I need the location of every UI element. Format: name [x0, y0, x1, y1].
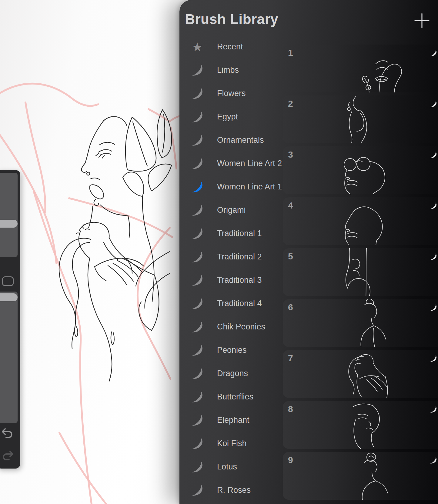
brush-preview-art: [304, 452, 407, 500]
brush-set-traditional-3[interactable]: ★ Traditional 3: [190, 269, 262, 292]
brush-set-dragons[interactable]: ★ Dragons: [190, 362, 248, 385]
brush-number: 1: [288, 48, 293, 58]
panel-title: Brush Library: [185, 11, 278, 27]
brush-preview-art: [304, 401, 407, 449]
brush-set-lotus[interactable]: ★ Lotus: [190, 455, 237, 479]
brush-set-traditional-1[interactable]: ★ Traditional 1: [190, 222, 262, 245]
brush-preview-art: [304, 350, 407, 398]
brush-set-recent[interactable]: ★ Recent: [190, 35, 243, 58]
brush-set-label: Recent: [217, 42, 243, 52]
brush-set-origami[interactable]: ★ Origami: [190, 199, 246, 222]
brush-set-label: Traditional 3: [217, 275, 262, 285]
opacity-handle[interactable]: [0, 293, 18, 301]
brush-set-koi-fish[interactable]: ★ Koi Fish: [190, 432, 247, 455]
brush-card-1[interactable]: 1: [283, 45, 438, 92]
brush-number: 7: [288, 353, 293, 363]
brush-preview-art: [304, 95, 407, 143]
brush-set-label: Elephant: [217, 416, 249, 425]
brush-set-swoosh-icon: [191, 228, 204, 240]
brush-swoosh-icon: [430, 49, 437, 57]
modify-button[interactable]: [2, 276, 14, 286]
brush-set-label: Limbs: [217, 65, 239, 75]
brush-set-label: Koi Fish: [217, 439, 247, 448]
brush-card-7[interactable]: 7: [283, 350, 438, 398]
brush-set-swoosh-icon: [191, 321, 204, 333]
brush-swoosh-icon: [430, 304, 437, 311]
brush-size-slider[interactable]: [0, 173, 18, 257]
brush-set-label: Women Line Art 1: [217, 182, 282, 192]
brush-set-swoosh-icon: [191, 274, 204, 286]
brush-number: 9: [288, 455, 293, 465]
brush-set-swoosh-icon: [191, 484, 204, 496]
brush-set-swoosh-icon: [191, 368, 204, 380]
brush-number: 3: [288, 149, 293, 160]
brush-set-label: Peonies: [217, 345, 247, 355]
brush-card-9[interactable]: 9: [283, 452, 438, 500]
brush-set-peonies[interactable]: ★ Peonies: [190, 339, 247, 362]
brush-set-swoosh-icon: [191, 181, 204, 193]
brush-swoosh-icon: [430, 457, 437, 464]
brush-set-label: R. Roses: [217, 486, 251, 495]
brush-number: 2: [288, 98, 293, 109]
brush-set-swoosh-icon: [191, 344, 204, 356]
brush-set-label: Butterflies: [217, 392, 253, 402]
brush-set-swoosh-icon: [191, 438, 204, 450]
brush-set-r-roses[interactable]: ★ R. Roses: [190, 479, 251, 502]
undo-icon[interactable]: [1, 427, 14, 438]
square-icon: [2, 276, 14, 286]
brush-set-swoosh-icon: [191, 391, 204, 403]
brush-set-label: Flowers: [217, 89, 246, 98]
brush-preview-art: [304, 146, 407, 194]
brush-number: 8: [288, 404, 293, 414]
brush-set-label: Traditional 2: [217, 252, 262, 262]
brush-swoosh-icon: [430, 406, 437, 413]
opacity-slider[interactable]: [0, 292, 18, 423]
brush-card-2[interactable]: 2: [283, 95, 438, 143]
brush-set-women-line-art-1[interactable]: ★ Women Line Art 1: [190, 175, 282, 199]
brush-set-traditional-2[interactable]: ★ Traditional 2: [190, 245, 262, 269]
brush-set-swoosh-icon: [191, 251, 204, 263]
brush-preview-art: [304, 299, 407, 347]
brush-set-label: Women Line Art 2: [217, 159, 282, 168]
brush-card-8[interactable]: 8: [283, 401, 438, 449]
brush-library-panel: Brush Library ★ Recent ★ Limbs ★ Flowers: [179, 0, 438, 504]
brush-set-ornamentals[interactable]: ★ Ornamentals: [190, 129, 264, 152]
brush-set-swoosh-icon: [191, 298, 204, 310]
brush-number: 6: [288, 302, 293, 312]
brush-set-label: Chik Peonies: [217, 322, 265, 332]
brush-set-swoosh-icon: [191, 134, 204, 146]
brush-number: 4: [288, 200, 293, 211]
brush-set-egypt[interactable]: ★ Egypt: [190, 105, 238, 129]
brush-swoosh-icon: [430, 100, 437, 108]
brush-card-6[interactable]: 6: [283, 299, 438, 347]
brush-set-chik-peonies[interactable]: ★ Chik Peonies: [190, 315, 265, 339]
redo-icon[interactable]: [1, 450, 14, 461]
brush-set-elephant[interactable]: ★ Elephant: [190, 409, 249, 432]
brush-size-handle[interactable]: [0, 220, 18, 228]
brush-card-4[interactable]: 4: [283, 197, 438, 245]
brush-set-flowers[interactable]: ★ Flowers: [190, 82, 246, 105]
brush-set-label: Traditional 4: [217, 299, 262, 308]
brush-swoosh-icon: [430, 355, 437, 362]
brush-number: 5: [288, 251, 293, 262]
woman-hand-on-chest-drawing: [59, 222, 170, 381]
brush-set-butterflies[interactable]: ★ Butterflies: [190, 385, 253, 409]
brush-preview-art: [304, 197, 407, 245]
brush-swoosh-icon: [430, 253, 437, 260]
tool-sidebar: [0, 170, 20, 469]
brush-card-5[interactable]: 5: [283, 248, 438, 296]
brush-set-traditional-4[interactable]: ★ Traditional 4: [190, 292, 262, 315]
brush-set-label: Lotus: [217, 462, 237, 472]
brush-set-women-line-art-2[interactable]: ★ Women Line Art 2: [190, 152, 282, 175]
brush-swoosh-icon: [430, 151, 437, 159]
add-brush-set-button[interactable]: [414, 13, 430, 28]
brush-swoosh-icon: [430, 202, 437, 209]
brush-set-swoosh-icon: [191, 158, 204, 170]
brush-set-swoosh-icon: [191, 204, 204, 216]
brush-card-3[interactable]: 3: [283, 146, 438, 194]
brush-set-label: Origami: [217, 205, 246, 215]
brush-set-limbs[interactable]: ★ Limbs: [190, 58, 239, 82]
brush-preview-art: [304, 248, 407, 296]
brush-set-swoosh-icon: [191, 414, 204, 426]
brush-set-label: Egypt: [217, 112, 238, 122]
